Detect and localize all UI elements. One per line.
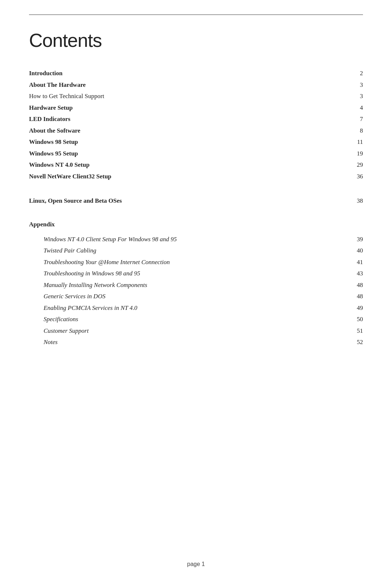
- toc-label: Linux, Open Source and Beta OSes: [29, 196, 348, 206]
- toc-label: Specifications: [44, 315, 348, 324]
- toc-label: Twisted Pair Cabling: [44, 246, 348, 255]
- toc-entry-hardware-setup: Hardware Setup 4: [29, 103, 363, 113]
- toc-page: 48: [348, 292, 363, 301]
- toc-label: Customer Support: [44, 326, 348, 336]
- toc-page: 40: [348, 246, 363, 255]
- toc-page: 3: [348, 92, 363, 101]
- toc-label: Generic Services in DOS: [44, 292, 348, 301]
- toc-label: Troubleshooting in Windows 98 and 95: [44, 269, 348, 278]
- toc-entry-about-software: About the Software 8: [29, 126, 363, 136]
- toc-label: Troubleshooting Your @Home Internet Conn…: [44, 258, 348, 267]
- toc-label: Hardware Setup: [29, 103, 348, 113]
- footer-text: page 1: [187, 561, 205, 567]
- toc-page: 39: [348, 235, 363, 244]
- top-rule: [29, 15, 363, 15]
- toc-entry-manually-installing: Manually Installing Network Components 4…: [29, 280, 363, 290]
- toc-page: 29: [348, 160, 363, 170]
- toc-entry-specifications: Specifications 50: [29, 315, 363, 324]
- toc-label: Windows 95 Setup: [29, 149, 348, 158]
- toc-page: 2: [348, 69, 363, 78]
- toc-entry-about-hardware: About The Hardware 3: [29, 80, 363, 90]
- toc-label: Manually Installing Network Components: [44, 280, 348, 290]
- toc-entry-troubleshooting-windows: Troubleshooting in Windows 98 and 95 43: [29, 269, 363, 278]
- page-footer: page 1: [0, 561, 392, 567]
- page-container: Contents Introduction 2 About The Hardwa…: [0, 0, 392, 582]
- toc-label: Notes: [44, 338, 348, 347]
- toc-page: 3: [348, 80, 363, 90]
- toc-label: About The Hardware: [29, 80, 348, 90]
- toc-page: 43: [348, 269, 363, 278]
- toc-entry-generic-services: Generic Services in DOS 48: [29, 292, 363, 301]
- appendix-heading: Appendix: [29, 221, 363, 228]
- toc-entry-introduction: Introduction 2: [29, 69, 363, 78]
- toc-page: 52: [348, 338, 363, 347]
- toc-page: 48: [348, 280, 363, 290]
- toc-page: 11: [348, 137, 363, 147]
- toc-label: About the Software: [29, 126, 348, 136]
- toc-page: 38: [348, 196, 363, 206]
- toc-label: Windows NT 4.0 Setup: [29, 160, 348, 170]
- toc-entry-novell: Novell NetWare Client32 Setup 36: [29, 172, 363, 181]
- toc-page: 51: [348, 326, 363, 336]
- page-title: Contents: [29, 29, 363, 51]
- toc-label: Novell NetWare Client32 Setup: [29, 172, 348, 181]
- toc-page: 7: [348, 114, 363, 124]
- toc-label: Introduction: [29, 69, 348, 78]
- toc-entry-linux: Linux, Open Source and Beta OSes 38: [29, 196, 363, 206]
- toc-entry-how-to-get-technical: How to Get Technical Support 3: [29, 92, 363, 101]
- toc-page: 41: [348, 258, 363, 267]
- toc-page: 8: [348, 126, 363, 136]
- toc-entry-twisted-pair: Twisted Pair Cabling 40: [29, 246, 363, 255]
- toc-page: 36: [348, 172, 363, 181]
- toc-label: How to Get Technical Support: [29, 92, 348, 101]
- toc-page: 19: [348, 149, 363, 158]
- toc-page: 4: [348, 103, 363, 113]
- toc-entry-windowsnt40: Windows NT 4.0 Setup 29: [29, 160, 363, 170]
- toc-main-section: Introduction 2 About The Hardware 3 How …: [29, 69, 363, 347]
- toc-entry-troubleshooting-home: Troubleshooting Your @Home Internet Conn…: [29, 258, 363, 267]
- toc-label: Windows 98 Setup: [29, 137, 348, 147]
- toc-label: Enabling PCMCIA Services in NT 4.0: [44, 303, 348, 313]
- toc-entry-enabling-pcmcia: Enabling PCMCIA Services in NT 4.0 49: [29, 303, 363, 313]
- toc-label: LED Indicators: [29, 114, 348, 124]
- toc-entry-customer-support: Customer Support 51: [29, 326, 363, 336]
- toc-entry-windows98: Windows 98 Setup 11: [29, 137, 363, 147]
- toc-page: 49: [348, 303, 363, 313]
- toc-entry-windows95: Windows 95 Setup 19: [29, 149, 363, 158]
- toc-entry-led-indicators: LED Indicators 7: [29, 114, 363, 124]
- toc-entry-nt-client-setup: Windows NT 4.0 Client Setup For Windows …: [29, 235, 363, 244]
- toc-entry-notes: Notes 52: [29, 338, 363, 347]
- toc-page: 50: [348, 315, 363, 324]
- toc-label: Windows NT 4.0 Client Setup For Windows …: [44, 235, 348, 244]
